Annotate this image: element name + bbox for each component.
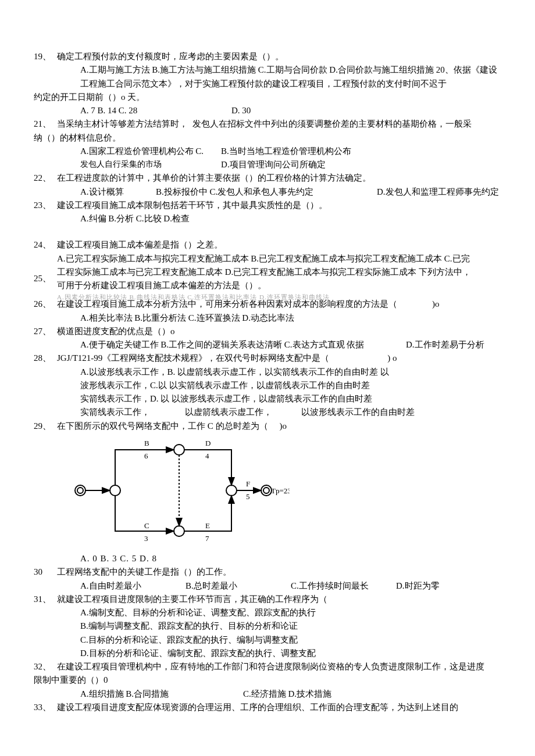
q21-opt-b: B.当时当地工程造价管理机构公布 xyxy=(221,145,351,158)
q31-a: A.编制支配、目标的分析和论证、调整支配、跟踪支配的执行 xyxy=(34,606,501,619)
q32-a: A.组织措施 B.合同措施 xyxy=(80,687,243,701)
q30: 30 工程网络支配中的关键工作是指（）的工作。 xyxy=(34,565,501,579)
q27: 27、 横道图进度支配的优点是（）o xyxy=(34,325,501,338)
q33-num: 33、 xyxy=(34,701,57,714)
q21-cont: 纳（）的材料信息价。 xyxy=(34,131,501,145)
q22-d: D.发包人和监理工程师事先约定 xyxy=(377,185,499,199)
q21-opt-a: A.国家工程造价管理机构公布 C. xyxy=(80,145,204,158)
q32-c: C.经济措施 D.技术措施 xyxy=(243,687,331,701)
q22: 22、 在工程进度款的计算中，其单价的计算主要依据（）的工程价格的计算方法确定。 xyxy=(34,171,501,185)
q29-num: 29、 xyxy=(34,420,57,433)
q24-line2: 工程实际施工成本与已完工程支配施工成本 D.已完工程支配施工成本与拟完工程实际施… xyxy=(57,266,471,279)
q23-text: 建设工程项目施工成本限制包括若干环节，其中最具实质性的是（）。 xyxy=(57,199,327,212)
q32: 32、在建设工程项目管理机构中，应有特地的工作部门和符合进度限制岗位资格的专人负… xyxy=(34,660,501,673)
q32-text-1: 在建设工程项目管理机构中，应有特地的工作部门和符合进度限制岗位资格的专人负责进度… xyxy=(57,660,484,673)
q25-num: 25、 xyxy=(34,266,57,285)
q23-num: 23、 xyxy=(34,199,57,212)
q31-c: C.目标的分析和论证、跟踪支配的执行、编制与调整支配 xyxy=(34,633,501,647)
svg-text:6: 6 xyxy=(144,452,148,460)
q33-text: 建设工程项目进度支配应体现资源的合理运用、工序的合理组织、工作面的合理支配等，为… xyxy=(57,701,458,714)
q30-num: 30 xyxy=(34,565,57,579)
q21: 21、 当采纳主材计等够差方法结算时， 发包人在招标文件中列出的须要调整价差的主… xyxy=(34,117,501,131)
q28-l4c: 以波形线表示工作的自由时差 xyxy=(301,406,415,419)
q20-opts: A. 7 B. 14 C. 28 D. 30 xyxy=(34,104,501,117)
q25-text: 可用于分析建设工程项目施工成本偏差的方法是（）。 xyxy=(57,279,471,292)
q21-num: 21、 xyxy=(34,117,57,131)
q30-a: A.自由时差最小 xyxy=(80,579,186,593)
svg-text:C: C xyxy=(144,521,149,530)
q28-l4a: 实箭线表示工作， xyxy=(80,406,185,419)
q29: 29、 在下图所示的双代号网络支配中，工作 C 的总时差为（ )o xyxy=(34,420,501,433)
q28-l4: 实箭线表示工作， 以虚箭线表示虚工作， 以波形线表示工作的自由时差 xyxy=(34,406,501,419)
svg-text:Tp=23: Tp=23 xyxy=(271,486,290,495)
q31-text: 就建设工程项目进度限制的主要工作环节而言，其正确的工作程序为（ xyxy=(57,593,327,606)
svg-text:5: 5 xyxy=(246,492,250,501)
q28-l1: A.以波形线表示工作，B. 以虚箭线表示虚工作，以实箭线表示工作的自由时差 以 xyxy=(34,366,501,379)
q19: 19、 确定工程预付款的支付额度时，应考虑的主要因素是（）。 xyxy=(34,50,501,63)
q22-a: A.设计概算 xyxy=(80,185,156,199)
q21-right: 发包人在招标文件中列出的须要调整价差的主要材料的基期价格，一般采 xyxy=(188,117,472,131)
q21-opts: A.国家工程造价管理机构公布 C. 发包人自行采集的市场 B.当时当地工程造价管… xyxy=(34,145,501,172)
q32-opts: A.组织措施 B.合同措施 C.经济措施 D.技术措施 xyxy=(34,687,501,701)
q22-num: 22、 xyxy=(34,171,57,185)
q31: 31、 就建设工程项目进度限制的主要工作环节而言，其正确的工作程序为（ xyxy=(34,593,501,606)
q30-b: B.总时差最小 xyxy=(186,579,291,593)
q26-opts: A.相关比率法 B.比重分析法 C.连环置换法 D.动态比率法 xyxy=(34,311,501,325)
q24: 24、 建设工程项目施工成本偏差是指（）之差。 A.已完工程实际施工成本与拟完工… xyxy=(34,225,501,266)
q20-opts-a: A. 7 B. 14 C. 28 xyxy=(80,104,231,117)
q32-num: 32、 xyxy=(34,660,57,673)
q20-cont: 约定的开工日期前（）o 天。 xyxy=(34,91,501,104)
q30-text: 工程网络支配中的关键工作是指（）的工作。 xyxy=(57,565,231,579)
q30-d: D.时距为零 xyxy=(396,579,501,593)
q19-opts: A.工期与施工方法 B.施工方法与施工组织措施 C.工期与合同价款 D.合同价款… xyxy=(34,63,501,91)
q19-text: 确定工程预付款的支付额度时，应考虑的主要因素是（）。 xyxy=(57,50,284,63)
q28-l4b: 以虚箭线表示虚工作， xyxy=(185,406,301,419)
svg-text:B: B xyxy=(144,439,149,447)
q31-d: D.目标的分析和论证、编制支配、跟踪支配的执行、调整支配 xyxy=(34,647,501,660)
svg-text:E: E xyxy=(205,521,210,530)
network-diagram-icon: B 6 D 4 C 3 E 7 F 5 Tp=23 xyxy=(69,435,290,546)
q28-text: JGJ/T121-99《工程网络支配技术规程》，在双代号时标网络支配中是（ xyxy=(57,352,329,365)
q25: 25、 工程实际施工成本与已完工程支配施工成本 D.已完工程支配施工成本与拟完工… xyxy=(34,266,501,303)
q23: 23、 建设工程项目施工成本限制包括若干环节，其中最具实质性的是（）。 xyxy=(34,199,501,212)
svg-point-2 xyxy=(110,485,120,496)
q24-text: 建设工程项目施工成本偏差是指（）之差。 xyxy=(57,238,470,252)
q33: 33、 建设工程项目进度支配应体现资源的合理运用、工序的合理组织、工作面的合理支… xyxy=(34,701,501,714)
q27-num: 27、 xyxy=(34,325,57,338)
q24-num: 24、 xyxy=(34,225,57,252)
q24-line1: A.已完工程实际施工成本与拟完工程支配施工成本 B.已完工程支配施工成本与拟完工… xyxy=(57,252,470,266)
q29-diagram: B 6 D 4 C 3 E 7 F 5 Tp=23 xyxy=(34,433,501,552)
svg-point-0 xyxy=(75,485,85,496)
q29-text: 在下图所示的双代号网络支配中，工作 C 的总时差为（ xyxy=(57,420,268,433)
svg-point-5 xyxy=(226,485,237,496)
q32-text-2: 限制中重要的（）0 xyxy=(34,673,501,687)
q25-opts: A.因素分析法和比较法 B.曲线法和表格法 C.连环置换法和比率法 D.连环置换… xyxy=(57,292,471,302)
svg-point-6 xyxy=(261,485,272,496)
q20-opts-d: D. 30 xyxy=(231,104,251,117)
q27-text: 横道图进度支配的优点是（）o xyxy=(57,325,175,338)
q28-l2: 波形线表示工作，C.以 以实箭线表示虚工作，以虚箭线表示工作的自由时差 xyxy=(34,379,501,392)
q30-c: C.工作持续时间最长 xyxy=(291,579,396,593)
q30-opts: A.自由时差最小 B.总时差最小 C.工作持续时间最长 D.时距为零 xyxy=(34,579,501,593)
svg-text:F: F xyxy=(246,479,250,488)
svg-text:D: D xyxy=(205,439,211,447)
svg-text:4: 4 xyxy=(205,452,209,460)
q22-text: 在工程进度款的计算中，其单价的计算主要依据（）的工程价格的计算方法确定。 xyxy=(57,171,371,185)
q21-opt-d: D.项目管理询问公司所确定 xyxy=(221,158,351,171)
q27-d: D.工作时差易于分析 xyxy=(406,338,484,352)
q29-tail: )o xyxy=(268,420,287,433)
svg-text:3: 3 xyxy=(144,534,148,543)
q28: 28、 JGJ/T121-99《工程网络支配技术规程》，在双代号时标网络支配中是… xyxy=(34,352,501,365)
q31-num: 31、 xyxy=(34,593,57,606)
q21-text: 当采纳主材计等够差方法结算时， xyxy=(57,117,188,131)
q28-l3: 实箭线表示工作，D. 以 以波形线表示虚工作，以虚箭线表示工作的自由时差 xyxy=(34,392,501,406)
q28-tail: ) o xyxy=(329,352,397,365)
q29-opts: A. 0 B. 3 C. 5 D. 8 xyxy=(34,552,501,565)
q19-num: 19、 xyxy=(34,50,57,63)
q28-num: 28、 xyxy=(34,352,57,365)
q27-opts: A.便于确定关键工作 B.工作之间的逻辑关系表达清晰 C.表达方式直观 依据 D… xyxy=(34,338,501,352)
q21-opt-c: 发包人自行采集的市场 xyxy=(80,158,204,171)
q26-num: 26、 xyxy=(34,298,57,311)
svg-point-4 xyxy=(174,526,184,536)
q22-b: B.投标报价中 C.发包人和承包人事先约定 xyxy=(156,185,377,199)
